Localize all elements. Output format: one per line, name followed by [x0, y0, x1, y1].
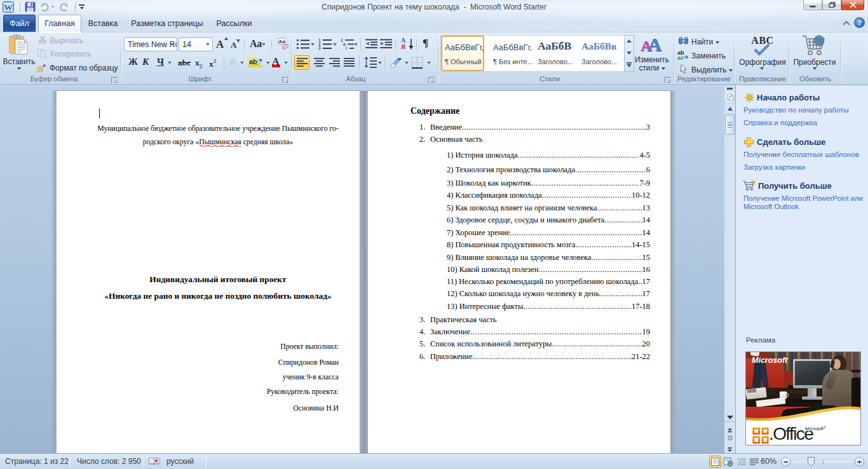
svg-text:Аа: Аа	[278, 39, 285, 44]
svg-text:i: i	[346, 46, 347, 50]
svg-text:W: W	[4, 2, 13, 11]
svg-text:3: 3	[318, 46, 321, 50]
